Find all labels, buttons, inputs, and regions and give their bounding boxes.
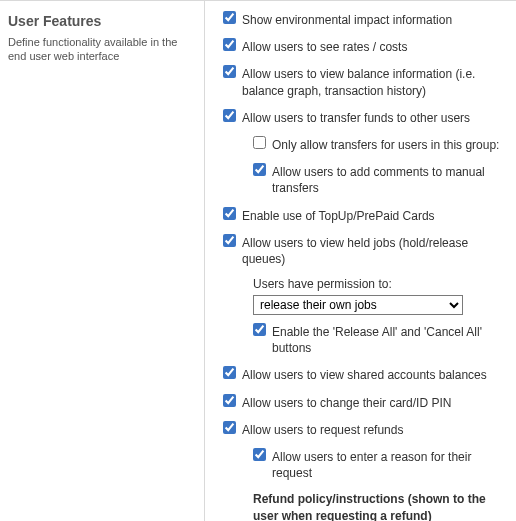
shared-accounts-checkbox[interactable]	[223, 366, 236, 379]
change-pin-option[interactable]: Allow users to change their card/ID PIN	[223, 394, 511, 411]
transfer-comments-label: Allow users to add comments to manual tr…	[272, 163, 511, 196]
topup-option[interactable]: Enable use of TopUp/PrePaid Cards	[223, 207, 511, 224]
refund-reason-option[interactable]: Allow users to enter a reason for their …	[253, 448, 511, 481]
held-jobs-option[interactable]: Allow users to view held jobs (hold/rele…	[223, 234, 511, 267]
section-sidebar: User Features Define functionality avail…	[0, 1, 205, 521]
see-rates-label: Allow users to see rates / costs	[242, 38, 407, 55]
transfer-group-only-checkbox[interactable]	[253, 136, 266, 149]
shared-accounts-option[interactable]: Allow users to view shared accounts bala…	[223, 366, 511, 383]
release-cancel-all-option[interactable]: Enable the 'Release All' and 'Cancel All…	[253, 323, 511, 356]
section-title: User Features	[8, 13, 190, 29]
release-cancel-all-label: Enable the 'Release All' and 'Cancel All…	[272, 323, 511, 356]
refund-reason-label: Allow users to enter a reason for their …	[272, 448, 511, 481]
permission-label: Users have permission to:	[253, 277, 511, 291]
transfer-funds-checkbox[interactable]	[223, 109, 236, 122]
held-jobs-checkbox[interactable]	[223, 234, 236, 247]
topup-label: Enable use of TopUp/PrePaid Cards	[242, 207, 435, 224]
section-description: Define functionality available in the en…	[8, 35, 190, 64]
env-impact-checkbox[interactable]	[223, 11, 236, 24]
transfer-funds-label: Allow users to transfer funds to other u…	[242, 109, 470, 126]
settings-panel: User Features Define functionality avail…	[0, 0, 516, 521]
change-pin-checkbox[interactable]	[223, 394, 236, 407]
env-impact-option[interactable]: Show environmental impact information	[223, 11, 511, 28]
transfer-comments-option[interactable]: Allow users to add comments to manual tr…	[253, 163, 511, 196]
see-rates-option[interactable]: Allow users to see rates / costs	[223, 38, 511, 55]
shared-accounts-label: Allow users to view shared accounts bala…	[242, 366, 487, 383]
change-pin-label: Allow users to change their card/ID PIN	[242, 394, 451, 411]
held-jobs-label: Allow users to view held jobs (hold/rele…	[242, 234, 511, 267]
request-refunds-checkbox[interactable]	[223, 421, 236, 434]
view-balance-checkbox[interactable]	[223, 65, 236, 78]
section-body: Show environmental impact information Al…	[205, 1, 516, 521]
view-balance-option[interactable]: Allow users to view balance information …	[223, 65, 511, 98]
request-refunds-option[interactable]: Allow users to request refunds	[223, 421, 511, 438]
transfer-funds-option[interactable]: Allow users to transfer funds to other u…	[223, 109, 511, 126]
permission-select[interactable]: release their own jobs	[253, 295, 463, 315]
see-rates-checkbox[interactable]	[223, 38, 236, 51]
refund-reason-checkbox[interactable]	[253, 448, 266, 461]
transfer-comments-checkbox[interactable]	[253, 163, 266, 176]
transfer-group-only-label: Only allow transfers for users in this g…	[272, 136, 499, 153]
transfer-group-only-option[interactable]: Only allow transfers for users in this g…	[253, 136, 511, 153]
topup-checkbox[interactable]	[223, 207, 236, 220]
request-refunds-label: Allow users to request refunds	[242, 421, 403, 438]
release-cancel-all-checkbox[interactable]	[253, 323, 266, 336]
refund-policy-heading: Refund policy/instructions (shown to the…	[253, 491, 511, 521]
env-impact-label: Show environmental impact information	[242, 11, 452, 28]
view-balance-label: Allow users to view balance information …	[242, 65, 511, 98]
